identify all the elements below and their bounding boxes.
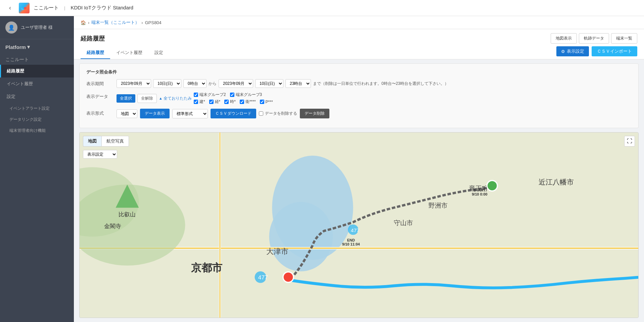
svg-text:京都市: 京都市	[191, 262, 223, 274]
data-delete-button[interactable]: データ削除	[300, 109, 329, 118]
sidebar-item-event-history[interactable]: イベント履歴	[0, 77, 74, 90]
group2-check-input[interactable]	[194, 93, 198, 97]
csv-download-button[interactable]: ＣＳＶダウンロード	[211, 109, 256, 118]
svg-text:近江八幡市: 近江八幡市	[539, 178, 574, 186]
svg-point-6	[269, 202, 333, 271]
map-type-aerial-button[interactable]: 航空写真	[101, 136, 129, 147]
svg-text:金閣寺: 金閣寺	[104, 223, 121, 229]
map-svg: 京都市 大津市 守山市 野洲市 竜王町 近江八幡市 477 477 比叡山 金閣…	[80, 132, 638, 318]
to-hour-select[interactable]: 23時台	[285, 79, 311, 88]
avatar: 👤	[5, 21, 17, 34]
map-type-map-button[interactable]: 地図	[83, 136, 101, 147]
fullscreen-icon: ⛶	[627, 138, 632, 144]
collapse-link[interactable]: 全ておりたたみ	[164, 96, 192, 101]
map-display-button[interactable]: 地図表示	[551, 33, 577, 44]
delete-checkbox-input[interactable]	[259, 111, 263, 116]
period-controls: 2023年09月 10日(日) 0時台 から 2023年09月	[117, 79, 449, 88]
format-label: 表示形式	[86, 109, 113, 116]
tabs: 経路履歴 イベント履歴 設定	[81, 47, 169, 59]
sidebar-item-label: 経路履歴	[7, 68, 24, 73]
map-fullscreen-button[interactable]: ⛶	[624, 136, 635, 147]
p-check-input[interactable]	[260, 100, 264, 104]
format-select[interactable]: 標準形式	[172, 109, 208, 118]
device-list-button[interactable]: 端末一覧	[611, 33, 637, 44]
start-marker: START 9/10 0:00	[472, 188, 487, 196]
map-display-settings: 表示設定	[83, 150, 117, 159]
sidebar-sub-device-admin[interactable]: 端末管理者向け機能	[0, 125, 74, 136]
sidebar-sub-event-alert[interactable]: イベントアラート設定	[0, 103, 74, 114]
tab-event-history[interactable]: イベント履歴	[110, 47, 148, 59]
sidebar-item-route-history[interactable]: 経路履歴	[0, 65, 74, 77]
display-settings-button[interactable]: ⚙ 表示設定	[556, 46, 589, 56]
end-label: END	[347, 238, 355, 242]
group3-checkbox[interactable]: 端末グループ3	[230, 92, 262, 98]
from-day-select[interactable]: 10日(日)	[153, 79, 181, 88]
sidebar-platform[interactable]: Platform ▾	[0, 39, 74, 52]
period-note: まで（削除は一日単位で行われます。0時台〜23時台を選択して下さい。）	[313, 81, 449, 87]
data-show-button[interactable]: データ表示	[140, 109, 170, 118]
to-day-select[interactable]: 10日(日)	[255, 79, 283, 88]
ken-check-input[interactable]	[194, 100, 198, 104]
trajectory-data-button[interactable]: 軌跡データ	[579, 33, 609, 44]
from-year-month-select[interactable]: 2023年09月	[117, 79, 151, 88]
select-all-button[interactable]: 全選択	[117, 94, 135, 103]
page-title: 経路履歴	[81, 35, 105, 43]
main-content: 🏠 › 端末一覧（ここルート） › GPS804 経路履歴 地図表示 軌跡データ…	[74, 16, 644, 322]
breadcrumb-devices[interactable]: 端末一覧（ここルート）	[91, 19, 139, 25]
p-checkbox[interactable]: P***	[260, 99, 273, 105]
machi-checkbox[interactable]: 衛****	[240, 99, 256, 105]
svg-text:守山市: 守山市	[394, 219, 413, 226]
checkbox-group: 端末グループ2 端末グループ3 建*	[194, 92, 273, 105]
kei-check-input[interactable]	[209, 100, 214, 104]
delete-checkbox-label[interactable]: データを削除する	[259, 111, 297, 116]
gear-icon: ⚙	[561, 49, 565, 54]
svg-text:477: 477	[351, 227, 360, 233]
tab-route-history[interactable]: 経路履歴	[81, 47, 110, 59]
machi-check-input[interactable]	[240, 100, 244, 104]
csv-import-button[interactable]: ＣＳＶインポート	[592, 46, 637, 56]
data-display-label: 表示データ	[86, 92, 113, 100]
breadcrumb: 🏠 › 端末一覧（ここルート） › GPS804	[74, 16, 644, 29]
group2-checkbox[interactable]: 端末グループ2	[194, 92, 226, 98]
svg-text:野洲市: 野洲市	[428, 202, 448, 209]
platform-arrow: ▾	[27, 44, 30, 50]
header-buttons: 地図表示 軌跡データ 端末一覧	[551, 33, 637, 44]
map-display-select[interactable]: 表示設定	[83, 150, 117, 159]
format-type-select[interactable]: 地図	[117, 109, 137, 118]
sidebar-sub-label: データリンク設定	[9, 117, 42, 122]
svg-text:大津市: 大津市	[266, 247, 288, 256]
data-display-row: 表示データ 全選択 全解除 ▲ 全ておりたたみ 端末グルー	[86, 92, 632, 105]
content-area: 経路履歴 地図表示 軌跡データ 端末一覧 経路履歴 イベント履歴	[74, 29, 644, 322]
group3-check-input[interactable]	[230, 93, 234, 97]
breadcrumb-sep1: ›	[88, 20, 89, 25]
kei-checkbox[interactable]: 経*	[209, 99, 221, 105]
to-year-month-select[interactable]: 2023年09月	[219, 79, 253, 88]
format-row: 表示形式 地図 データ表示 標準形式 ＣＳＶダウンロード データを削除する	[86, 109, 632, 118]
ken-checkbox[interactable]: 建*	[194, 99, 205, 105]
sidebar-item-label: イベント履歴	[7, 81, 33, 86]
sidebar: 👤 ユーザ管理者 様 Platform ▾ ここルート 経路履歴 イベント履歴 …	[0, 16, 74, 322]
back-button[interactable]: ‹	[5, 3, 15, 13]
checkbox-row-2: 建* 経* 時*	[194, 99, 273, 105]
format-controls: 地図 データ表示 標準形式 ＣＳＶダウンロード データを削除する データ削除	[117, 109, 329, 118]
toki-checkbox[interactable]: 時*	[224, 99, 236, 105]
page-header: 経路履歴 地図表示 軌跡データ 端末一覧 経路履歴 イベント履歴	[74, 29, 644, 59]
app-logo	[19, 3, 30, 13]
triangle-icon: ▲	[159, 96, 163, 100]
sidebar-item-settings[interactable]: 設定	[0, 90, 74, 103]
from-hour-select[interactable]: 0時台	[183, 79, 206, 88]
data-display-controls: 全選択 全解除 ▲ 全ておりたたみ 端末グループ2	[117, 92, 273, 105]
map-container: 京都市 大津市 守山市 野洲市 竜王町 近江八幡市 477 477 比叡山 金閣…	[79, 132, 639, 318]
filter-panel: データ照会条件 表示期間 2023年09月 10日(日) 0時台	[79, 63, 639, 128]
end-marker: END 9/10 11:04	[342, 238, 360, 246]
toki-check-input[interactable]	[224, 100, 229, 104]
end-time: 9/10 11:04	[342, 242, 360, 246]
breadcrumb-sep2: ›	[141, 20, 143, 25]
checkbox-row-1: 端末グループ2 端末グループ3	[194, 92, 273, 98]
period-label: 表示期間	[86, 79, 113, 87]
tab-settings[interactable]: 設定	[148, 47, 169, 59]
home-icon: 🏠	[81, 20, 86, 25]
sidebar-user: 👤 ユーザ管理者 様	[0, 16, 74, 39]
sidebar-sub-datalink[interactable]: データリンク設定	[0, 114, 74, 125]
clear-all-button[interactable]: 全解除	[137, 94, 157, 103]
